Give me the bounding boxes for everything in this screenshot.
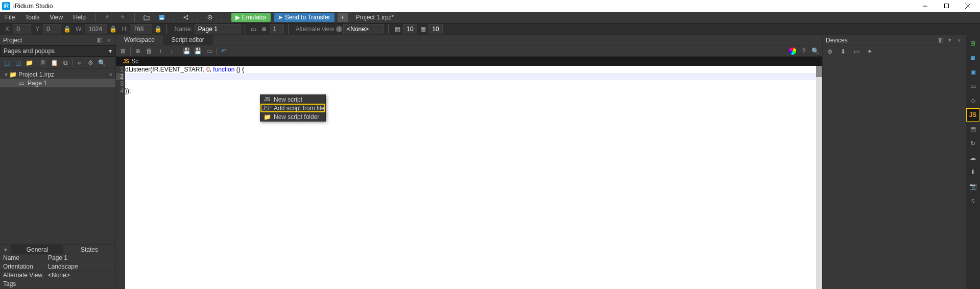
add-page-icon[interactable]: ◫: [2, 58, 11, 67]
tree-icon[interactable]: ⊞: [119, 47, 127, 55]
panel-pin-icon[interactable]: ◧: [96, 37, 103, 44]
pages-dropdown[interactable]: Pages and popups ▾: [0, 45, 115, 57]
side-layers-icon[interactable]: ▤: [967, 123, 979, 135]
grid2-icon[interactable]: ▦: [418, 25, 427, 34]
scrollbar-thumb[interactable]: [816, 66, 822, 77]
copy-icon[interactable]: ⎘: [38, 58, 47, 67]
bounds-icon[interactable]: ▭: [249, 25, 258, 34]
code-content[interactable]: dListener(IR.EVENT_START, 0, function ()…: [125, 66, 816, 289]
menu-tools[interactable]: Tools: [20, 12, 44, 22]
add-device-icon[interactable]: ⊕: [826, 47, 834, 56]
tab-workspace[interactable]: Workspace: [116, 35, 163, 45]
lock-wh-icon[interactable]: 🔒: [108, 25, 117, 34]
settings-icon[interactable]: [204, 12, 216, 23]
w-field[interactable]: 1024: [85, 24, 107, 34]
panel-min-icon[interactable]: ▾: [946, 37, 953, 44]
menu-new-script[interactable]: JS New script: [260, 95, 325, 104]
right-panel: Devices ◧ ▾ × ⊕ ⬇ ▭ ✦: [823, 35, 966, 289]
save-icon[interactable]: [156, 12, 168, 23]
side-image-icon[interactable]: ▣: [967, 66, 979, 78]
side-download-icon[interactable]: ⬇: [967, 166, 979, 178]
close-project-icon[interactable]: ×: [109, 71, 112, 78]
side-element-icon[interactable]: ◇: [967, 94, 979, 107]
side-js-icon[interactable]: JS: [967, 109, 979, 121]
prop-row[interactable]: OrientationLandscape: [0, 263, 115, 272]
search-icon[interactable]: 🔍: [97, 58, 106, 67]
color-picker-icon[interactable]: [788, 47, 797, 55]
add-script-icon[interactable]: ⊕: [134, 47, 142, 55]
side-gallery-icon[interactable]: ▭: [967, 80, 979, 92]
lock-xy-icon[interactable]: 🔒: [62, 25, 71, 34]
prop-row[interactable]: Tags: [0, 280, 115, 289]
scan-icon[interactable]: ▭: [852, 47, 861, 56]
menu-view[interactable]: View: [44, 12, 68, 22]
redo-icon[interactable]: [117, 12, 128, 23]
add-tab-button[interactable]: +: [338, 13, 348, 22]
prop-row[interactable]: NamePage 1: [0, 254, 115, 263]
name-field[interactable]: Page 1: [195, 24, 241, 34]
side-cloud-icon[interactable]: ☁: [967, 152, 979, 164]
collapse-icon[interactable]: ▾: [3, 71, 9, 78]
duplicate-icon[interactable]: ⧉: [61, 58, 70, 67]
lock-h-icon[interactable]: 🔒: [153, 25, 162, 34]
side-sound-icon[interactable]: ♫: [967, 195, 979, 207]
share-icon[interactable]: [180, 12, 192, 23]
tree-page-item[interactable]: ▭ Page 1: [0, 79, 115, 87]
more-icon[interactable]: »: [75, 58, 84, 67]
side-camera-icon[interactable]: 📷: [967, 180, 979, 192]
undo-icon[interactable]: [102, 12, 113, 23]
paste-icon[interactable]: 📋: [50, 58, 59, 67]
side-db-icon[interactable]: ≣: [967, 52, 979, 64]
undo-script-icon[interactable]: ↶: [220, 47, 228, 55]
prop-tab-dropdown[interactable]: ▾: [0, 245, 11, 254]
import-device-icon[interactable]: ⬇: [839, 47, 847, 56]
h-field[interactable]: 768: [130, 24, 152, 34]
vertical-scrollbar[interactable]: [816, 66, 822, 289]
menu-help[interactable]: Help: [68, 12, 91, 22]
panel-close-icon[interactable]: ×: [955, 37, 963, 44]
project-tab[interactable]: Project 1.irpz*: [351, 12, 399, 22]
tab-general[interactable]: General: [11, 245, 63, 254]
menu-file[interactable]: File: [0, 12, 20, 22]
script-tab-item[interactable]: JS Sc: [119, 58, 142, 65]
info-icon[interactable]: i: [336, 26, 342, 32]
send-to-transfer-button[interactable]: ➤ Send to Transfer: [274, 13, 334, 22]
grid1-field[interactable]: 10: [403, 24, 417, 34]
maximize-button[interactable]: [940, 2, 952, 11]
move-down-icon[interactable]: ↓: [168, 47, 176, 55]
delete-script-icon[interactable]: 🗑: [145, 47, 153, 55]
script-toolbar: ⊞ ⊕ 🗑 ↑ ↓ 💾 💾 ▭ ↶ ? 🔍: [116, 45, 822, 57]
tree-project-root[interactable]: ▾ 📁 Project 1.irpz ×: [0, 70, 115, 79]
close-button[interactable]: [962, 2, 974, 11]
x-field[interactable]: 0: [13, 24, 31, 34]
save-all-icon[interactable]: 💾: [194, 47, 202, 55]
add-folder-icon[interactable]: 📁: [25, 58, 34, 67]
snap-icon[interactable]: ⊕: [259, 25, 269, 34]
emulator-button[interactable]: ▶ Emulator: [231, 13, 271, 22]
open-icon[interactable]: [141, 12, 152, 23]
move-up-icon[interactable]: ↑: [156, 47, 164, 55]
magic-icon[interactable]: ✦: [866, 47, 874, 56]
side-tree-icon[interactable]: ⊞: [967, 37, 979, 50]
help-icon[interactable]: ?: [800, 47, 808, 55]
menu-add-script-from-file[interactable]: JS⁺ Add script from file: [260, 104, 325, 112]
menu-new-script-folder[interactable]: 📁 New script folder: [260, 112, 325, 121]
minimize-button[interactable]: [919, 2, 931, 11]
alt-view-field[interactable]: <None>: [343, 24, 384, 34]
save-script-icon[interactable]: 💾: [182, 47, 190, 55]
filter-icon[interactable]: ⚙: [86, 58, 95, 67]
code-editor[interactable]: 1 2 3 4 dListener(IR.EVENT_START, 0, fun…: [116, 66, 822, 289]
export-icon[interactable]: ▭: [205, 47, 213, 55]
y-field[interactable]: 0: [43, 24, 61, 34]
prop-row[interactable]: Alternate View<None>: [0, 272, 115, 280]
grid1-icon[interactable]: ▦: [393, 25, 402, 34]
add-popup-icon[interactable]: ◫: [13, 58, 22, 67]
tab-states[interactable]: States: [63, 245, 115, 254]
panel-pin-icon[interactable]: ◧: [937, 37, 944, 44]
side-refresh-icon[interactable]: ↻: [967, 137, 979, 150]
panel-close-icon[interactable]: ×: [105, 37, 112, 44]
tab-script-editor[interactable]: Script editor: [163, 35, 213, 45]
grid2-field[interactable]: 10: [428, 24, 443, 34]
find-icon[interactable]: 🔍: [811, 47, 819, 55]
step-field[interactable]: 1: [270, 24, 284, 34]
